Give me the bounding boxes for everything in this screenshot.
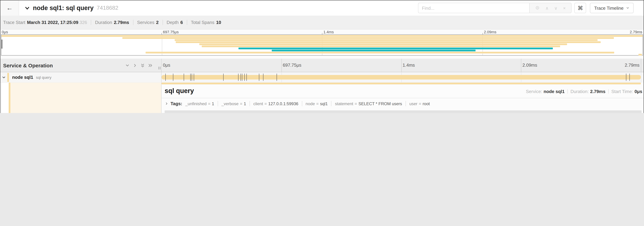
span-row[interactable]: node sql1sql query: [0, 72, 644, 83]
meta-separator: [187, 20, 187, 25]
trace-meta: Trace StartMarch 31 2022, 17:25:09.326Du…: [0, 16, 644, 30]
collapse-one-icon[interactable]: [125, 63, 130, 68]
minimap-axis: 0μs697.75μs1.4ms2.09ms2.79ms: [1, 30, 643, 34]
service-operation-title: Service & Operation: [3, 62, 53, 68]
top-bar: ← node sql1: sql query 7418682 ∧ ∨ × ⌘ T…: [0, 0, 644, 16]
minimap-span-bar: [272, 50, 475, 51]
timeline-header: Service & Operation 0μs697.75μs1.4ms2.09…: [0, 59, 644, 72]
collapse-all-icon[interactable]: [140, 63, 145, 68]
locate-icon[interactable]: [535, 6, 540, 11]
span-title: sql query: [165, 87, 194, 95]
back-button[interactable]: ←: [0, 0, 19, 16]
tag-separator: [250, 101, 250, 106]
clear-find-icon[interactable]: ×: [563, 6, 566, 10]
span-detail-header: sql query Service:node sql1Duration:2.79…: [162, 84, 644, 95]
minimap-span-row: [2, 39, 642, 41]
minimap-span-bar: [238, 48, 553, 49]
stat-label: Start Time:: [611, 89, 633, 94]
minimap-canvas[interactable]: [1, 34, 643, 56]
ruler-gridline: [401, 59, 402, 72]
log-marker-tick: [263, 74, 264, 81]
tag-equals: =: [419, 101, 421, 106]
trace-rows: node sql1sql query sql query Service:nod…: [0, 72, 644, 113]
meta-item: Services2: [137, 20, 158, 25]
selected-span-bar[interactable]: [162, 83, 641, 84]
log-marker-tick: [165, 74, 166, 81]
logs-accordion[interactable]: Logs (18): [165, 110, 642, 113]
trace-view-selector[interactable]: Trace Timeline: [590, 3, 634, 13]
tag-key: statement: [335, 101, 353, 106]
minimap-span-row: [2, 50, 642, 52]
ruler-label: 697.75μs: [283, 59, 302, 72]
tags-accordion[interactable]: Tags: _unfinished=1_verbose=1client=127.…: [162, 98, 644, 109]
find-input[interactable]: [418, 3, 529, 13]
tag-separator: [406, 101, 406, 106]
minimap-axis-label: 697.75μs: [163, 30, 179, 34]
minimap-axis-label: 0μs: [2, 30, 8, 34]
minimap-rows: [2, 35, 642, 56]
chevron-right-icon: [165, 102, 168, 105]
meta-value: 6: [180, 20, 183, 25]
meta-value: March 31 2022, 17:25:09.326: [27, 20, 87, 25]
minimap-axis-tick: [162, 33, 162, 34]
log-marker-tick: [194, 74, 194, 81]
tag-value: 1: [244, 101, 246, 106]
selected-span-highlight: [10, 83, 161, 113]
expand-one-icon[interactable]: [133, 63, 137, 68]
tag-list: _unfinished=1_verbose=1client=127.0.0.1:…: [185, 101, 430, 106]
meta-value: 2.79ms: [114, 20, 129, 25]
minimap-span-row: [2, 48, 642, 50]
next-result-icon[interactable]: ∨: [554, 6, 558, 10]
command-icon: ⌘: [578, 5, 583, 11]
find-controls: ∧ ∨ ×: [529, 3, 572, 13]
meta-separator: [162, 20, 163, 25]
minimap-span-bar: [122, 37, 614, 39]
minimap-axis-label: 2.09ms: [484, 30, 496, 34]
jaeger-trace-page: ← node sql1: sql query 7418682 ∧ ∨ × ⌘ T…: [0, 0, 644, 113]
column-resizer-handle[interactable]: [158, 67, 160, 69]
service-color-band: [7, 73, 9, 82]
meta-item: Trace StartMarch 31 2022, 17:25:09.326: [3, 20, 87, 25]
minimap-span-bar: [202, 46, 560, 47]
find-area: ∧ ∨ × ⌘ Trace Timeline: [418, 3, 644, 13]
tag-key: _unfinished: [185, 101, 206, 106]
span-expander-chevron-icon[interactable]: [0, 75, 7, 79]
log-marker-tick: [184, 74, 184, 81]
minimap-span-bar: [146, 52, 614, 54]
minimap-axis-tick: [482, 33, 483, 34]
tag-value: SELECT * FROM users: [358, 101, 402, 106]
minimap-span-bar: [638, 54, 642, 56]
meta-label: Duration: [95, 20, 112, 25]
trace-minimap: 0μs697.75μs1.4ms2.09ms2.79ms: [0, 30, 644, 59]
trace-id: 7418682: [97, 5, 118, 11]
stat-separator: [568, 89, 568, 94]
meta-item: Duration2.79ms: [95, 20, 129, 25]
chevron-down-icon: [626, 6, 630, 10]
minimap-left-handle[interactable]: [2, 40, 2, 49]
stat-label: Service:: [526, 89, 542, 94]
minimap-span-row: [2, 41, 642, 43]
keyboard-shortcuts-button[interactable]: ⌘: [574, 3, 586, 13]
ruler-gridline: [641, 59, 641, 72]
log-marker-tick: [242, 74, 242, 81]
log-marker-tick: [238, 74, 239, 81]
stat-label: Duration:: [570, 89, 589, 94]
expand-all-icon[interactable]: [148, 63, 152, 68]
stat-separator: [608, 89, 608, 94]
span-bar[interactable]: [162, 75, 641, 80]
span-row-timeline-cell[interactable]: [162, 72, 641, 83]
minimap-axis-label: 2.79ms: [630, 30, 642, 34]
minimap-span-bar: [199, 43, 567, 45]
collapse-trace-chevron-icon[interactable]: [24, 6, 30, 11]
span-row-name-cell[interactable]: node sql1sql query: [0, 72, 162, 83]
log-marker-tick: [173, 74, 173, 81]
log-marker-tick: [192, 74, 192, 81]
prev-result-icon[interactable]: ∧: [546, 6, 549, 10]
tag-equals: =: [208, 101, 210, 106]
logs-count: (18): [186, 112, 194, 113]
ruler-label: 0μs: [163, 59, 170, 72]
meta-label: Services: [137, 20, 154, 25]
tag-equals: =: [354, 101, 357, 106]
tag-key: client: [253, 101, 263, 106]
tag-value: 127.0.0.1:59936: [268, 101, 298, 106]
